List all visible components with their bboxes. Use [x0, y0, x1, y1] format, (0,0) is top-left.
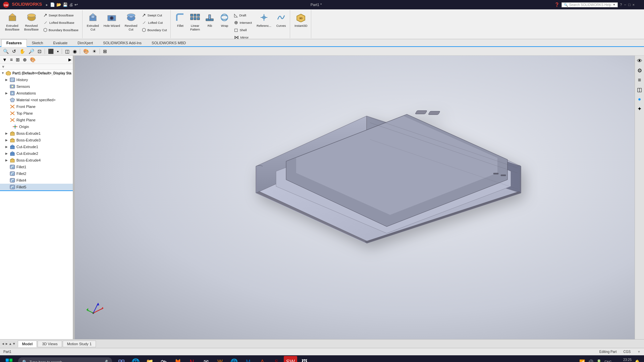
- tab-motion-study[interactable]: Motion Study 1: [63, 341, 96, 347]
- taskbar-netflix[interactable]: N: [185, 356, 199, 362]
- 3d-viewport[interactable]: [75, 56, 635, 339]
- taskbar-app4[interactable]: S: [270, 356, 283, 362]
- sidebar-display-icon[interactable]: ◫: [636, 85, 644, 94]
- shell-button[interactable]: ◻ Shell: [232, 26, 253, 34]
- tree-center-icon[interactable]: ⊕: [22, 57, 28, 63]
- view-zoom-icon[interactable]: 🔎: [28, 48, 35, 54]
- view-selector-icon[interactable]: 🔍: [2, 48, 10, 54]
- tab-scroll-right[interactable]: ►: [5, 342, 8, 346]
- taskbar-matlab[interactable]: M: [241, 356, 255, 362]
- revolved-cut-button[interactable]: RevolvedCut: [123, 11, 139, 33]
- sidebar-color-icon[interactable]: ●: [636, 95, 644, 103]
- fillet4-item[interactable]: Fillet4: [0, 177, 73, 184]
- restore-btn[interactable]: □: [628, 3, 631, 7]
- fillet-button[interactable]: Fillet: [173, 11, 187, 29]
- fillet2-item[interactable]: Fillet2: [0, 170, 73, 177]
- fillet5-item[interactable]: Fillet5: [0, 184, 73, 191]
- annotations-item[interactable]: ▶ A Annotations: [0, 90, 73, 97]
- tab-mbd[interactable]: SOLIDWORKS MBD: [147, 39, 191, 47]
- tree-expand-arrow[interactable]: ▶: [68, 57, 71, 62]
- swept-cut-button[interactable]: ↗ Swept Cut: [140, 11, 168, 19]
- quick-access-undo[interactable]: ↩: [74, 2, 78, 7]
- taskbar-mail[interactable]: ✉: [199, 356, 213, 362]
- boss-extrude3-item[interactable]: ▶ Boss-Extrude3: [0, 137, 73, 143]
- sidebar-view-icon[interactable]: 👁: [636, 57, 644, 65]
- view-rotate-icon[interactable]: ↺: [11, 48, 17, 54]
- material-item[interactable]: Material <not specified>: [0, 97, 73, 103]
- view-fit-icon[interactable]: ⊡: [37, 48, 43, 54]
- minimize-btn[interactable]: −: [624, 3, 626, 7]
- sidebar-render-icon[interactable]: ✦: [636, 105, 644, 113]
- taskbar-firefox[interactable]: 🦊: [171, 356, 184, 362]
- extruded-boss-button[interactable]: ExtrudedBoss/Base: [3, 11, 21, 33]
- tab-evaluate[interactable]: Evaluate: [48, 39, 73, 47]
- taskbar-photos[interactable]: 🖼: [298, 356, 311, 362]
- quick-access-save[interactable]: 💾: [63, 2, 68, 7]
- solidworks-search[interactable]: 🔍 Search SOLIDWORKS Help ▼: [561, 2, 618, 7]
- quick-access-print[interactable]: 🖨: [69, 2, 73, 7]
- taskbar-app1[interactable]: W: [213, 356, 227, 362]
- revolved-boss-button[interactable]: RevolvedBoss/Base: [22, 11, 40, 33]
- curves-button[interactable]: Curves: [274, 11, 288, 29]
- cut-extrude2-item[interactable]: ▶ Cut-Extrude2: [0, 150, 73, 157]
- tab-3dviews[interactable]: 3D Views: [38, 341, 62, 347]
- taskbar-edge[interactable]: 🌐: [129, 356, 142, 362]
- rib-button[interactable]: Rib: [203, 11, 216, 29]
- wrap-button[interactable]: Wrap: [218, 11, 231, 29]
- tree-filter-icon[interactable]: ▼: [1, 57, 8, 63]
- hole-wizard-button[interactable]: Hole Wizard: [102, 11, 122, 29]
- top-plane-item[interactable]: Top Plane: [0, 110, 73, 117]
- sidebar-layers-icon[interactable]: ≡: [636, 76, 644, 84]
- lofted-boss-button[interactable]: ⟋ Lofted Boss/Base: [42, 19, 80, 26]
- tree-color-icon[interactable]: 🎨: [29, 57, 37, 63]
- taskbar-volume-icon[interactable]: 🔊: [588, 359, 593, 362]
- extruded-cut-button[interactable]: ExtrudedCut: [85, 11, 101, 33]
- view-pan-icon[interactable]: ✋: [18, 48, 26, 54]
- view-section-icon[interactable]: ▪: [56, 48, 60, 54]
- reference-button[interactable]: Referenc...: [255, 11, 273, 29]
- view-display-style[interactable]: ◫: [64, 48, 70, 54]
- swept-boss-button[interactable]: ↗ Swept Boss/Base: [42, 11, 80, 19]
- taskbar-chrome[interactable]: 🌐: [227, 356, 241, 362]
- cut-extrude1-item[interactable]: ▶ Cut-Extrude1: [0, 143, 73, 150]
- sensors-item[interactable]: Sensors: [0, 83, 73, 90]
- tab-scroll-up[interactable]: ▲: [9, 342, 12, 346]
- draft-button[interactable]: ◺ Draft: [232, 11, 253, 19]
- sidebar-settings-icon[interactable]: ⚙: [636, 66, 644, 75]
- lofted-cut-button[interactable]: ⟋ Lofted Cut: [140, 19, 168, 26]
- mirror-button[interactable]: ⋈ Mirror: [232, 34, 253, 41]
- view-3d-toggle[interactable]: ⊞: [102, 48, 108, 54]
- linear-pattern-button[interactable]: LinearPattern: [188, 11, 202, 33]
- tab-addins[interactable]: SOLIDWORKS Add-Ins: [98, 39, 147, 47]
- taskbar-solidworks[interactable]: SW: [284, 356, 297, 362]
- tab-sketch[interactable]: Sketch: [27, 39, 48, 47]
- taskbar-search[interactable]: 🔍 Type here to search 🎤: [18, 357, 112, 362]
- tree-prop-icon[interactable]: ⊞: [15, 57, 21, 63]
- search-dropdown[interactable]: ▼: [612, 3, 615, 6]
- tab-scroll-down[interactable]: ▼: [12, 342, 16, 346]
- taskbar-mic-icon[interactable]: 🎤: [103, 360, 108, 362]
- view-scenes[interactable]: ☀: [91, 48, 98, 54]
- taskbar-notification-icon[interactable]: 🔔: [634, 359, 640, 362]
- history-item[interactable]: ▶ History: [0, 76, 73, 83]
- taskbar-network-icon[interactable]: 📶: [579, 359, 585, 362]
- boss-extrude1-item[interactable]: ▶ Boss-Extrude1: [0, 130, 73, 137]
- tab-model[interactable]: Model: [18, 341, 37, 347]
- tab-scroll-left[interactable]: ◄: [1, 342, 5, 346]
- boundary-cut-button[interactable]: ⬡ Boundary Cut: [140, 26, 168, 34]
- part-root-item[interactable]: ▼ Part1 (Default<<Default>_Display Sta: [0, 70, 73, 76]
- help-btn[interactable]: ?: [620, 3, 622, 7]
- front-plane-item[interactable]: Front Plane: [0, 103, 73, 110]
- tab-features[interactable]: Features: [1, 39, 27, 47]
- instant3d-button[interactable]: 3D Instant3D: [293, 11, 309, 29]
- boundary-boss-button[interactable]: ⬡ Boundary Boss/Base: [42, 26, 80, 34]
- view-hide-show[interactable]: ◉: [72, 48, 78, 54]
- close-btn[interactable]: ×: [633, 3, 635, 7]
- origin-item[interactable]: Origin: [0, 123, 73, 130]
- view-orientation-icon[interactable]: ⬛: [47, 48, 55, 54]
- taskbar-task-view[interactable]: [115, 356, 128, 362]
- intersect-button[interactable]: ⊕ Intersect: [232, 19, 253, 26]
- tab-dimxpert[interactable]: DimXpert: [72, 39, 98, 47]
- fillet1-item[interactable]: Fillet1: [0, 164, 73, 170]
- taskbar-explorer[interactable]: 📁: [143, 356, 156, 362]
